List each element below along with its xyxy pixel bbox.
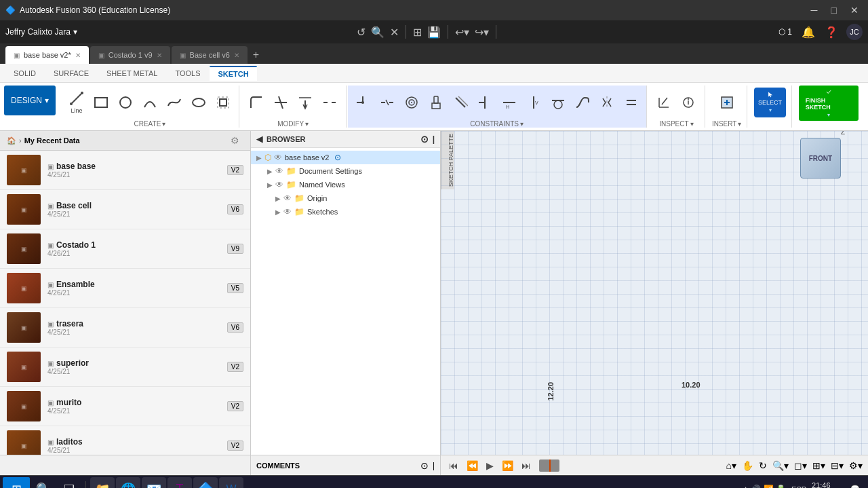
tool-break[interactable] — [319, 88, 340, 117]
sketches-visible-icon[interactable]: 👁 — [283, 207, 292, 217]
canvas-area[interactable]: 10.20 12.20 Z FRONT SKETCH PALETTE — [441, 131, 868, 455]
job-status-icon[interactable]: ⬡ 1 — [777, 26, 793, 38]
tool-concentric[interactable] — [401, 88, 422, 117]
tool-inspect2[interactable] — [677, 88, 699, 117]
browser-item-doc-settings[interactable]: ▶ 👁 📁 Document Settings — [251, 164, 440, 178]
tool-offset[interactable] — [212, 88, 234, 117]
timeline-marker[interactable] — [539, 459, 559, 472]
viewport-zoom-icon[interactable]: 🔍▾ — [772, 460, 789, 471]
file-version-laditos[interactable]: V2 — [227, 440, 243, 451]
tool-vertical[interactable]: V — [523, 88, 545, 117]
file-version-base-base[interactable]: V2 — [227, 165, 243, 175]
tab-costado-v9[interactable]: ▣ Costado 1 v9 ✕ — [90, 46, 170, 64]
view-cube[interactable]: Z FRONT — [800, 138, 848, 185]
file-version-superior[interactable]: V2 — [227, 362, 243, 372]
file-item-ensamble[interactable]: ▣ ▣ Ensamble 4/26/21 V5 — [0, 269, 250, 308]
tool-perpendicular[interactable] — [474, 88, 496, 117]
tool-equal[interactable] — [620, 88, 642, 117]
taskbar-start-button[interactable]: ⊞ — [3, 477, 30, 489]
tool-fix[interactable] — [425, 88, 447, 117]
search-icon[interactable]: 🔍 — [370, 24, 386, 40]
views-visible-icon[interactable]: 👁 — [275, 180, 283, 189]
tool-tangent[interactable] — [547, 88, 569, 117]
tool-inspect1[interactable] — [653, 88, 675, 117]
view-cube-face[interactable]: FRONT — [800, 138, 841, 179]
nav-next-button[interactable]: ⏩ — [499, 459, 516, 472]
account-icon[interactable]: JC — [846, 24, 863, 40]
tab-close-basecell[interactable]: ✕ — [234, 52, 239, 59]
tool-collinear[interactable] — [376, 88, 398, 117]
viewport-grid-icon[interactable]: ⊞▾ — [812, 460, 825, 471]
viewport-orbit-icon[interactable]: ↻ — [759, 460, 767, 471]
maximize-button[interactable]: □ — [827, 3, 841, 17]
tool-select[interactable]: SELECT ▾ — [754, 88, 786, 117]
close-button[interactable]: ✕ — [846, 3, 863, 17]
notification-center-icon[interactable]: 💬 — [850, 485, 860, 488]
file-item-murito[interactable]: ▣ ▣ murito 4/25/21 V2 — [0, 387, 250, 426]
viewport-sections-icon[interactable]: ⊟▾ — [831, 460, 844, 471]
tool-insert1[interactable] — [716, 88, 738, 117]
settings-gear-icon[interactable]: ⚙ — [226, 134, 243, 147]
ribbon-tab-solid[interactable]: SOLID — [5, 67, 44, 80]
minimize-button[interactable]: ─ — [807, 3, 822, 17]
root-visible-icon[interactable]: 👁 — [274, 153, 282, 162]
file-item-costado[interactable]: ▣ ▣ Costado 1 4/26/21 V9 — [0, 229, 250, 269]
taskbar-mail-button[interactable]: 📧 — [142, 477, 166, 489]
finish-sketch-button[interactable]: FINISH SKETCH ▾ — [799, 86, 859, 121]
add-tab-button[interactable]: + — [249, 46, 263, 64]
grid-icon[interactable]: ⊞ — [412, 24, 423, 40]
tab-close-costado[interactable]: ✕ — [157, 52, 162, 59]
ribbon-tab-tools[interactable]: TOOLS — [167, 67, 208, 80]
browser-item-named-views[interactable]: ▶ 👁 📁 Named Views — [251, 178, 440, 191]
file-item-base-base[interactable]: ▣ ▣ base base 4/25/21 V2 — [0, 151, 250, 190]
nav-last-button[interactable]: ⏭ — [519, 459, 534, 472]
viewport-settings-icon[interactable]: ⚙▾ — [849, 460, 863, 471]
tab-base-base-v2[interactable]: ▣ base base v2* ✕ — [5, 46, 89, 64]
tool-circle[interactable] — [115, 88, 136, 117]
close-icon-toolbar[interactable]: ✕ — [389, 24, 400, 40]
nav-first-button[interactable]: ⏮ — [446, 459, 461, 472]
tool-smooth[interactable] — [572, 88, 593, 117]
comments-settings-icon[interactable]: ⊙ — [420, 460, 429, 471]
browser-collapse-left[interactable]: ◀ — [256, 134, 262, 144]
file-item-base-cell[interactable]: ▣ ▣ Base cell 4/25/21 V6 — [0, 190, 250, 229]
taskbar-teams-button[interactable]: T — [167, 477, 192, 489]
sketch-canvas-svg[interactable] — [441, 131, 644, 233]
tool-parallel[interactable] — [450, 88, 471, 117]
taskbar-word-button[interactable]: W — [219, 477, 243, 489]
taskbar-explorer-button[interactable]: 📁 — [90, 477, 115, 489]
file-item-trasera[interactable]: ▣ ▣ trasera 4/25/21 V6 — [0, 308, 250, 348]
ribbon-tab-surface[interactable]: SURFACE — [45, 67, 97, 80]
tool-arc[interactable] — [139, 88, 161, 117]
ribbon-tab-sketch[interactable]: SKETCH — [210, 66, 256, 81]
browser-collapse-right[interactable]: | — [433, 134, 435, 144]
tool-extend[interactable] — [294, 88, 316, 117]
user-name[interactable]: Jeffry Calixto Jara ▾ — [5, 27, 77, 37]
browser-settings-icon[interactable]: ⊙ — [420, 134, 429, 145]
file-item-laditos[interactable]: ▣ ▣ laditos 4/25/21 V2 — [0, 426, 250, 455]
tool-rect[interactable] — [90, 88, 112, 117]
tab-base-cell-v6[interactable]: ▣ Base cell v6 ✕ — [172, 46, 248, 64]
tool-line[interactable]: Line — [66, 88, 87, 117]
save-icon[interactable]: 💾 — [426, 24, 442, 40]
file-version-costado[interactable]: V9 — [227, 244, 243, 254]
file-version-ensamble[interactable]: V5 — [227, 283, 243, 293]
tool-fillet[interactable] — [245, 88, 267, 117]
redo-icon[interactable]: ↪▾ — [473, 24, 490, 40]
ribbon-tab-sheetmetal[interactable]: SHEET METAL — [98, 67, 165, 80]
tool-trim[interactable] — [270, 88, 292, 117]
tool-coincident[interactable] — [352, 88, 374, 117]
browser-item-sketches[interactable]: ▶ 👁 📁 Sketches — [251, 205, 440, 219]
notification-icon[interactable]: 🔔 — [800, 24, 816, 40]
tool-symmetric[interactable] — [596, 88, 618, 117]
file-version-trasera[interactable]: V6 — [227, 322, 243, 333]
tool-spline[interactable] — [163, 88, 185, 117]
tool-polygon[interactable] — [188, 88, 210, 117]
comments-collapse-icon[interactable]: | — [433, 461, 435, 470]
root-settings-icon[interactable]: ⊙ — [334, 153, 341, 162]
taskbar-taskview-button[interactable]: ❑ — [57, 477, 81, 489]
viewport-pan-icon[interactable]: ✋ — [742, 460, 753, 471]
design-dropdown[interactable]: DESIGN ▾ — [4, 86, 56, 115]
taskbar-fusion-button[interactable]: 🔷 — [193, 477, 218, 489]
doc-visible-icon[interactable]: 👁 — [275, 166, 283, 176]
